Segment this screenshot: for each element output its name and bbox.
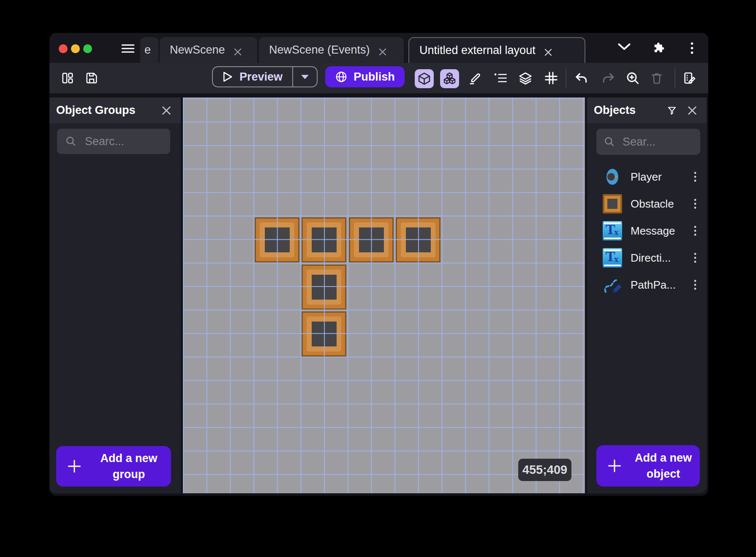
preview-label: Preview [239, 70, 283, 84]
tab-label: NewScene [170, 43, 225, 57]
close-tab-icon[interactable] [544, 46, 552, 55]
objects-header: Objects [587, 97, 707, 123]
object-menu-dots-icon[interactable] [694, 199, 698, 209]
search-icon [604, 136, 615, 147]
toolbar-divider [566, 68, 566, 88]
objects-panel: Objects Sear... PlayerObstacleTxMessageT… [587, 97, 707, 493]
play-icon [223, 71, 233, 82]
object-label: Message [631, 224, 685, 238]
more-options-icon[interactable] [691, 42, 693, 56]
preview-button-main[interactable]: Preview [213, 70, 292, 84]
close-panel-icon[interactable] [687, 105, 697, 116]
object-row[interactable]: Player [587, 163, 707, 190]
close-tab-icon[interactable] [234, 46, 242, 54]
objects-search-input[interactable]: Sear... [596, 129, 700, 155]
obstacle-core [265, 227, 290, 252]
tab-label: Untitled external layout [419, 44, 536, 57]
obstacle-instance[interactable] [302, 311, 346, 357]
tab-label: NewScene (Events) [269, 43, 370, 57]
object-label: Player [631, 170, 685, 184]
chevron-down-icon[interactable] [618, 43, 631, 52]
object-row[interactable]: TxMessage [587, 217, 707, 244]
add-object-label: Add a new object [630, 450, 700, 482]
text-object-icon: Tx [603, 221, 622, 241]
cursor-coordinates-badge: 455;409 [518, 459, 571, 481]
globe-icon [335, 70, 348, 83]
obstacle-instance[interactable] [302, 265, 346, 310]
edit-properties-icon[interactable] [681, 70, 698, 87]
obstacle-inner [401, 222, 435, 257]
minimize-window-button[interactable] [71, 44, 80, 53]
obstacle-core [406, 227, 431, 252]
obstacle-core [312, 275, 337, 300]
text-object-icon: Tx [603, 248, 622, 268]
object-groups-header: Object Groups [49, 97, 181, 123]
add-object-button[interactable]: Add a new object [596, 445, 700, 487]
caret-down-icon [301, 74, 309, 80]
object-label: Obstacle [631, 197, 685, 211]
select-object-tool-button[interactable] [415, 69, 434, 88]
obstacle-inner [260, 222, 294, 257]
menu-icon[interactable] [121, 44, 135, 53]
save-icon[interactable] [85, 72, 98, 84]
publish-label: Publish [354, 70, 395, 84]
scene-canvas[interactable]: 455;409 [183, 97, 585, 493]
redo-icon[interactable] [600, 70, 617, 87]
tab-newscene[interactable]: NewScene [160, 37, 257, 63]
close-tab-icon[interactable] [378, 46, 387, 54]
object-menu-dots-icon[interactable] [694, 253, 698, 263]
close-panel-icon[interactable] [161, 105, 171, 116]
edit-pencil-icon[interactable] [467, 70, 484, 87]
add-group-button[interactable]: Add a new group [56, 446, 171, 487]
object-row[interactable]: Obstacle [587, 190, 707, 217]
object-menu-dots-icon[interactable] [694, 226, 698, 236]
filter-icon[interactable] [667, 105, 677, 116]
cubes-icon [443, 72, 457, 86]
grid-icon[interactable] [543, 70, 560, 87]
gdevelop-window: e NewScene NewScene (Events) Untitled ex… [49, 33, 708, 496]
obstacle-inner [307, 316, 341, 352]
layers-icon[interactable] [517, 70, 534, 87]
object-row[interactable]: TxDirecti... [587, 244, 707, 271]
undo-icon[interactable] [573, 70, 590, 87]
object-groups-search-input[interactable]: Searc... [57, 129, 170, 154]
add-instances-tool-button[interactable] [440, 69, 459, 88]
obstacle-sprite-icon [603, 194, 622, 214]
project-manager-icon[interactable] [61, 72, 74, 84]
plus-icon [67, 459, 82, 473]
add-group-label: Add a new group [90, 450, 171, 482]
titlebar: e NewScene NewScene (Events) Untitled ex… [49, 33, 708, 63]
obstacle-instance[interactable] [255, 217, 299, 262]
object-menu-dots-icon[interactable] [694, 280, 698, 290]
tab-fragment-label: e [144, 43, 151, 57]
canvas-grid-overlay [183, 97, 585, 493]
tab-untitled-external-layout[interactable]: Untitled external layout [408, 37, 585, 63]
object-menu-dots-icon[interactable] [694, 172, 698, 182]
obstacle-core [312, 227, 337, 252]
tab-overflow-fragment[interactable]: e [140, 37, 158, 63]
instances-list-icon[interactable] [492, 70, 509, 87]
maximize-window-button[interactable] [83, 44, 92, 53]
extensions-puzzle-icon[interactable] [652, 41, 665, 56]
path-draw-icon [603, 275, 622, 295]
toolbar: Preview Publish [49, 63, 708, 93]
object-groups-panel: Object Groups Searc... Add a new group [49, 97, 181, 493]
trash-icon[interactable] [648, 70, 665, 87]
object-label: PathPa... [631, 278, 685, 292]
publish-button[interactable]: Publish [325, 66, 405, 87]
obstacle-instance[interactable] [396, 217, 441, 262]
zoom-in-icon[interactable] [624, 70, 641, 87]
obstacle-inner [307, 222, 341, 257]
objects-list: PlayerObstacleTxMessageTxDirecti...PathP… [587, 163, 707, 298]
object-row[interactable]: PathPa... [587, 271, 707, 298]
obstacle-core [359, 227, 384, 252]
obstacle-instance[interactable] [349, 217, 394, 262]
preview-button[interactable]: Preview [212, 66, 318, 87]
player-sprite-icon [603, 167, 622, 187]
tab-newscene-events[interactable]: NewScene (Events) [259, 37, 404, 63]
preview-dropdown-button[interactable] [293, 74, 317, 80]
obstacle-instance[interactable] [302, 217, 346, 262]
close-window-button[interactable] [59, 44, 68, 53]
objects-title: Objects [594, 104, 657, 117]
search-placeholder: Sear... [623, 135, 655, 149]
